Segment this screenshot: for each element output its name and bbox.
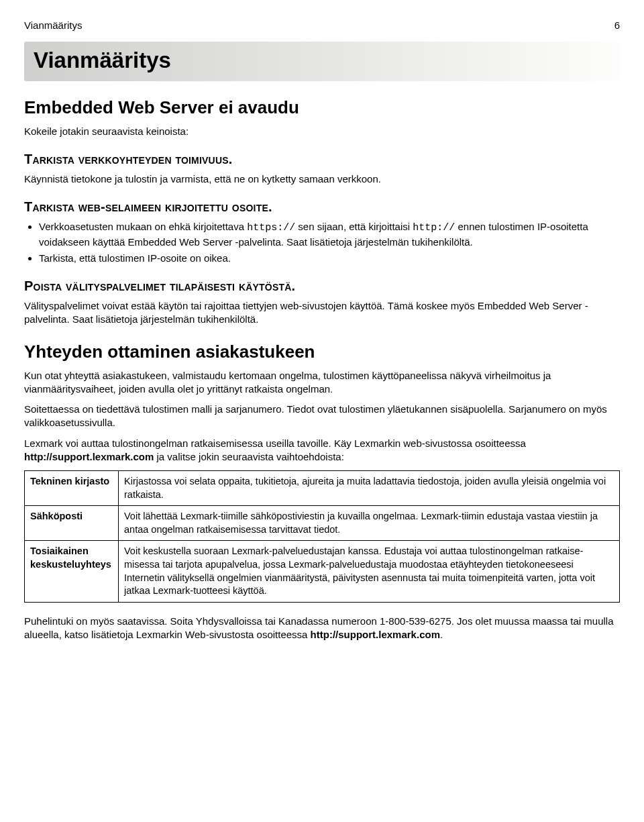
heading-ews-not-opening: Embedded Web Server ei avaudu (24, 96, 620, 119)
title-bar: Vianmääritys (24, 42, 620, 81)
cell-tech-library-desc: Kirjastossa voi selata oppaita, tukitiet… (119, 471, 620, 506)
cell-livechat-desc: Voit keskustella suoraan Lexmark-palvelu… (119, 541, 620, 602)
bullet-text: sen sijaan, että kirjoittaisi (295, 221, 413, 232)
cell-email-desc: Voit lähettää Lexmark-tiimille sähköpost… (119, 506, 620, 541)
heading-contact-support: Yhteyden ottaminen asiakastukeen (24, 340, 620, 364)
support-url: http://support.lexmark.com (24, 451, 154, 462)
contact-p3-text: Lexmark voi auttaa tulostinongelman ratk… (24, 438, 526, 449)
list-item: Verkkoasetusten mukaan on ehkä kirjoitet… (39, 220, 620, 249)
cell-livechat-label: Tosiaikainen keskusteluyhteys (25, 541, 119, 602)
code-http: http:// (413, 222, 455, 234)
page-header: Vianmääritys 6 (24, 19, 620, 32)
page-title: Vianmääritys (34, 46, 610, 76)
list-item: Tarkista, että tulostimen IP-osoite on o… (39, 252, 620, 265)
heading-check-network: Tarkista verkkoyhteyden toimivuus. (24, 150, 620, 168)
contact-p1: Kun otat yhteyttä asiakastukeen, valmist… (24, 369, 620, 397)
footer-phone-support: Puhelintuki on myös saatavissa. Soita Yh… (24, 615, 620, 642)
address-bullet-list: Verkkoasetusten mukaan on ehkä kirjoitet… (24, 220, 620, 265)
header-left: Vianmääritys (24, 19, 82, 32)
contact-p2: Soitettaessa on tiedettävä tulostimen ma… (24, 403, 620, 430)
disable-proxy-text: Välityspalvelimet voivat estää käytön ta… (24, 299, 620, 327)
bullet-text: Verkkoasetusten mukaan on ehkä kirjoitet… (39, 221, 247, 232)
support-url-footer: http://support.lexmark.com (311, 629, 440, 640)
support-options-table: Tekninen kirjasto Kirjastossa voi selata… (24, 470, 620, 603)
footer-tail: . (440, 629, 443, 640)
contact-p3-tail: ja valitse jokin seuraavista vaihtoehdoi… (154, 451, 344, 462)
table-row: Tosiaikainen keskusteluyhteys Voit kesku… (25, 541, 620, 602)
table-row: Sähköposti Voit lähettää Lexmark-tiimill… (25, 506, 620, 541)
heading-disable-proxy: Poista välityspalvelimet tilapäisesti kä… (24, 277, 620, 295)
cell-email-label: Sähköposti (25, 506, 119, 541)
check-network-text: Käynnistä tietokone ja tulostin ja varmi… (24, 172, 620, 186)
code-https: https:// (247, 222, 295, 234)
page-number: 6 (614, 19, 620, 32)
intro-text: Kokeile jotakin seuraavista keinoista: (24, 125, 620, 138)
heading-check-address: Tarkista web-selaimeen kirjoitettu osoit… (24, 198, 620, 216)
table-row: Tekninen kirjasto Kirjastossa voi selata… (25, 471, 620, 506)
cell-tech-library-label: Tekninen kirjasto (25, 471, 119, 506)
contact-p3: Lexmark voi auttaa tulostinongelman ratk… (24, 437, 620, 464)
